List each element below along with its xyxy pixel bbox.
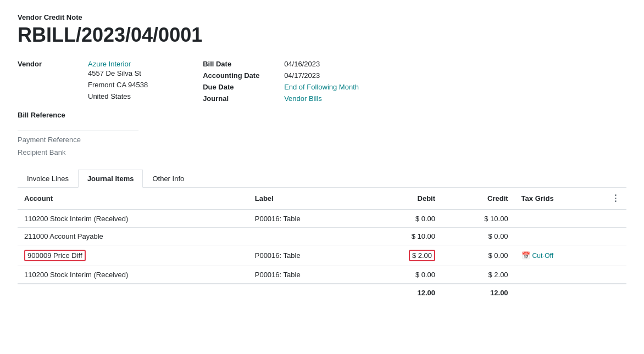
cell-credit: $ 10.00 <box>442 210 515 228</box>
cell-account: 110200 Stock Interim (Received) <box>18 266 248 284</box>
cell-tax-grids <box>515 266 604 284</box>
accounting-date-value: 04/17/2023 <box>284 71 359 80</box>
vendor-address-line3: United States <box>88 91 148 103</box>
col-header-credit: Credit <box>442 188 515 210</box>
cell-row-menu <box>604 266 626 284</box>
tab-invoice-lines[interactable]: Invoice Lines <box>18 170 78 188</box>
bill-date-label: Bill Date <box>203 60 280 68</box>
cell-tax-grids <box>515 228 604 245</box>
cell-debit: $ 10.00 <box>364 228 442 245</box>
col-header-tax-grids: Tax Grids <box>515 188 604 210</box>
tab-other-info[interactable]: Other Info <box>143 170 193 188</box>
due-date-value[interactable]: End of Following Month <box>284 83 359 91</box>
total-credit: 12.00 <box>442 284 515 301</box>
cut-off-button[interactable]: 📅Cut-Off <box>521 251 553 260</box>
cut-off-label: Cut-Off <box>532 252 553 260</box>
cell-row-menu <box>604 245 626 266</box>
cell-account: 211000 Account Payable <box>18 228 248 245</box>
table-row: 110200 Stock Interim (Received)P00016: T… <box>18 266 626 284</box>
tab-journal-items[interactable]: Journal Items <box>78 170 143 188</box>
cell-debit: $ 0.00 <box>364 266 442 284</box>
cell-label: P00016: Table <box>248 210 364 228</box>
total-debit: 12.00 <box>364 284 442 301</box>
col-header-label: Label <box>248 188 364 210</box>
cell-label <box>248 228 364 245</box>
cell-tax-grids: 📅Cut-Off <box>515 245 604 266</box>
highlighted-debit-value: $ 2.00 <box>409 250 435 261</box>
due-date-label: Due Date <box>203 83 280 91</box>
total-label-empty2 <box>248 284 364 301</box>
col-header-account: Account <box>18 188 248 210</box>
cell-row-menu <box>604 210 626 228</box>
col-header-debit: Debit <box>364 188 442 210</box>
totals-row: 12.00 12.00 <box>18 284 626 301</box>
vendor-address-line2: Fremont CA 94538 <box>88 80 148 91</box>
bill-reference-input[interactable] <box>18 120 138 131</box>
document-type-label: Vendor Credit Note <box>18 13 626 21</box>
total-menu-empty <box>604 284 626 301</box>
cell-credit: $ 0.00 <box>442 228 515 245</box>
vendor-label: Vendor <box>18 60 84 68</box>
highlighted-account-value: 900009 Price Diff <box>24 250 86 261</box>
cell-account: 110200 Stock Interim (Received) <box>18 210 248 228</box>
vendor-address-line1: 4557 De Silva St <box>88 68 148 80</box>
cell-account[interactable]: 900009 Price Diff <box>18 245 248 266</box>
total-label-empty <box>18 284 248 301</box>
table-row: 211000 Account Payable$ 10.00$ 0.00 <box>18 228 626 245</box>
tabs-bar: Invoice Lines Journal Items Other Info <box>18 170 626 188</box>
calendar-icon: 📅 <box>521 251 530 260</box>
cell-debit[interactable]: $ 2.00 <box>364 245 442 266</box>
document-title: RBILL/2023/04/0001 <box>18 24 626 47</box>
payment-reference-label: Payment Reference <box>18 136 148 144</box>
cell-label: P00016: Table <box>248 266 364 284</box>
accounting-date-label: Accounting Date <box>203 71 280 80</box>
cell-row-menu <box>604 228 626 245</box>
journal-value[interactable]: Vendor Bills <box>284 94 359 103</box>
cell-credit: $ 2.00 <box>442 266 515 284</box>
table-row: 110200 Stock Interim (Received)P00016: T… <box>18 210 626 228</box>
cell-debit: $ 0.00 <box>364 210 442 228</box>
recipient-bank-label: Recipient Bank <box>18 148 148 156</box>
vendor-name[interactable]: Azure Interior <box>88 60 148 68</box>
cell-credit: $ 0.00 <box>442 245 515 266</box>
column-menu-icon[interactable]: ⋮ <box>611 194 620 203</box>
table-row: 900009 Price DiffP00016: Table$ 2.00$ 0.… <box>18 245 626 266</box>
journal-items-table-section: Account Label Debit Credit Tax Grids ⋮ 1… <box>18 188 626 301</box>
total-tax-empty <box>515 284 604 301</box>
journal-label: Journal <box>203 94 280 103</box>
bill-date-value: 04/16/2023 <box>284 60 359 68</box>
bill-reference-label: Bill Reference <box>18 111 148 119</box>
cell-tax-grids <box>515 210 604 228</box>
cell-label: P00016: Table <box>248 245 364 266</box>
col-header-menu: ⋮ <box>604 188 626 210</box>
